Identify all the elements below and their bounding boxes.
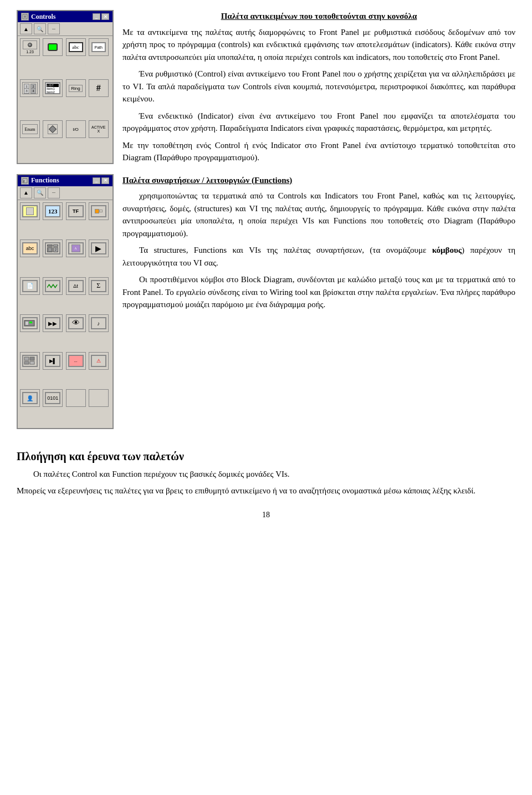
controls-item-activex[interactable]: ACTIVEX <box>89 120 109 138</box>
functions-panel-title: Functions <box>31 176 59 185</box>
middle-paragraph-1: χρησιμοποιώντας τα τερματικά από τα Cont… <box>122 190 515 239</box>
toolbar-search[interactable]: 🔍 <box>34 23 46 34</box>
func-item-string-fn[interactable]: abc <box>20 239 40 257</box>
page-number: 18 <box>17 511 515 519</box>
functions-close-button[interactable]: ✕ <box>101 177 109 184</box>
svg-rect-6 <box>29 322 32 323</box>
top-paragraph-1: Με τα αντικείμενα της παλέτας αυτής διαμ… <box>122 26 515 64</box>
func-item-motion[interactable]: ▶▶ <box>43 314 63 332</box>
toolbar-menu[interactable]: ··· <box>48 23 60 34</box>
bottom-title: Πλοήγηση και έρευνα των παλετών <box>17 450 515 463</box>
controls-item-string[interactable]: abc <box>66 38 86 56</box>
functions-panel-toolbar: ▲ 🔍 ··· <box>18 186 112 200</box>
controls-item-variant[interactable] <box>43 120 63 138</box>
top-text-block: Παλέτα αντικειμένων που τοποθετούνται στ… <box>122 10 515 164</box>
func-item-vision[interactable]: 👁 <box>66 314 86 332</box>
controls-item-enum[interactable]: Enum <box>20 120 40 138</box>
page: Controls _ ✕ ▲ 🔍 ··· <box>0 0 532 795</box>
func-item-customize[interactable]: 0101 <box>43 389 63 407</box>
func-item-sound[interactable]: ♪ <box>89 314 109 332</box>
func-item-user[interactable]: 👤 <box>20 389 40 407</box>
bottom-text: Οι παλέτες Control και Function περιέχου… <box>17 467 515 497</box>
func-item-math[interactable]: Σ <box>89 277 109 295</box>
controls-item-hash[interactable]: # <box>89 79 109 97</box>
toolbar-up-arrow[interactable]: ▲ <box>20 23 32 34</box>
middle-section: f Functions _ ✕ ▲ 🔍 ··· <box>17 174 515 429</box>
functions-minimize-button[interactable]: _ <box>93 177 100 184</box>
func-item-misc1[interactable]: ... <box>66 352 86 370</box>
controls-item-boolean[interactable] <box>43 38 63 56</box>
functions-toolbar-menu[interactable]: ··· <box>48 187 60 198</box>
minimize-button[interactable]: _ <box>93 13 100 20</box>
func-item-numeric[interactable]: 123 <box>43 202 63 220</box>
func-item-advanced[interactable] <box>20 352 40 370</box>
bold-koinous: κόμβους <box>432 246 462 254</box>
controls-item-path[interactable]: Path <box>89 38 109 56</box>
functions-panel-icon: f <box>21 177 29 185</box>
middle-text-block: Παλέτα συναρτήσεων / λειτουργιών (Functi… <box>122 174 515 429</box>
func-item-empty1 <box>66 389 86 407</box>
controls-item-list[interactable]: LIST item1 item2 <box>43 79 63 97</box>
top-paragraph-2: Ένα ρυθμιστικό (Control) είναι αντικείμε… <box>122 68 515 105</box>
func-item-misc2[interactable]: ⚠ <box>89 352 109 370</box>
bottom-paragraph-1: Οι παλέτες Control και Function περιέχου… <box>17 467 515 481</box>
controls-panel: Controls _ ✕ ▲ 🔍 ··· <box>17 10 114 164</box>
top-heading: Παλέτα αντικειμένων που τοποθετούνται στ… <box>122 10 515 23</box>
middle-paragraph-3: Οι προστιθέμενοι κόμβοι στο Block Diagra… <box>122 273 515 311</box>
controls-panel-toolbar: ▲ 🔍 ··· <box>18 22 112 36</box>
svg-rect-10 <box>30 361 34 364</box>
functions-panel: f Functions _ ✕ ▲ 🔍 ··· <box>17 174 114 429</box>
controls-item-array[interactable]: 1 2 3 4 <box>20 79 40 97</box>
controls-panel-title: Controls <box>31 13 55 21</box>
functions-toolbar-search[interactable]: 🔍 <box>34 187 46 198</box>
functions-toolbar-up-arrow[interactable]: ▲ <box>20 187 32 198</box>
func-item-waveform[interactable] <box>43 277 63 295</box>
bottom-section: Πλοήγηση και έρευνα των παλετών Οι παλέτ… <box>17 450 515 497</box>
controls-panel-icon <box>21 13 29 21</box>
functions-panel-titlebar: f Functions _ ✕ <box>18 175 112 186</box>
func-item-boolean-fn[interactable]: TF <box>66 202 86 220</box>
func-item-report[interactable]: ▶▌ <box>43 352 63 370</box>
func-item-array-fn[interactable]: 1 2 <box>43 239 63 257</box>
controls-item-io[interactable]: I/O <box>66 120 86 138</box>
func-item-empty2 <box>89 389 109 407</box>
close-button[interactable]: ✕ <box>101 13 109 20</box>
func-item-comparison[interactable]: □ <box>89 202 109 220</box>
svg-rect-5 <box>25 322 28 325</box>
controls-panel-grid: 1.23 abc Path 1 2 <box>18 36 112 163</box>
svg-rect-1 <box>24 16 26 18</box>
svg-rect-7 <box>24 357 29 360</box>
func-item-arrow[interactable]: ▶ <box>89 239 109 257</box>
func-item-file[interactable]: 📄 <box>20 277 40 295</box>
svg-rect-8 <box>30 357 34 360</box>
functions-grid: 123 TF □ abc <box>18 200 112 428</box>
svg-rect-9 <box>24 361 29 364</box>
middle-paragraph-2: Τα structures, Functions και VIs της παλ… <box>122 244 515 269</box>
func-item-instrument[interactable] <box>20 314 40 332</box>
top-section: Controls _ ✕ ▲ 🔍 ··· <box>17 10 515 164</box>
controls-item-numeric[interactable]: 1.23 <box>20 38 40 56</box>
bottom-paragraph-2: Μπορείς να εξερευνήσεις τις παλέτες για … <box>17 484 515 497</box>
func-item-cluster[interactable]: A <box>66 239 86 257</box>
top-paragraph-4: Με την τοποθέτηση ενός Control ή ενός In… <box>122 139 515 164</box>
middle-heading: Παλέτα συναρτήσεων / λειτουργιών (Functi… <box>122 174 515 187</box>
func-item-structure[interactable] <box>20 202 40 220</box>
top-paragraph-3: Ένα ενδεικτικό (Indicator) είναι ένα αντ… <box>122 110 515 135</box>
func-item-time[interactable]: Δt <box>66 277 86 295</box>
controls-item-ring[interactable]: Ring <box>66 79 86 97</box>
controls-panel-titlebar: Controls _ ✕ <box>18 11 112 22</box>
